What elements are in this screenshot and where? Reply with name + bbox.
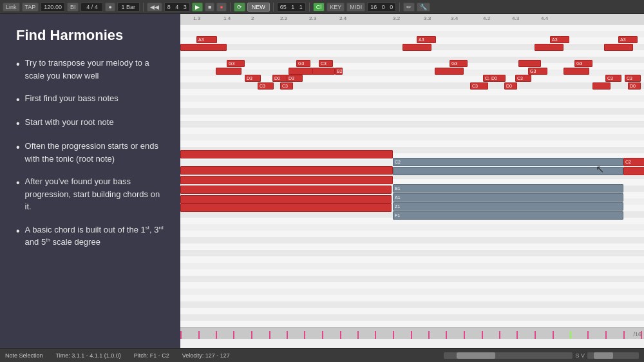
v-scrollbar-thumb[interactable] [594,352,613,359]
rewind-button[interactable]: ◀◀ [147,3,162,12]
bass-gray-4: A1 [393,193,623,202]
marker-row: /16 [180,327,644,339]
status-bar: Note Selection Time: 3.1.1 - 4.1.1 (1.0.… [0,348,644,362]
pin-14 [411,331,412,339]
piano-roll[interactable]: 1.3 1.4 2 2.2 2.3 2.4 3.2 3.3 3.4 4.2 4.… [180,14,644,348]
pin-5 [251,331,252,339]
marker-22: 2.2 [280,15,287,21]
timeline-header: 1.3 1.4 2 2.2 2.3 2.4 3.2 3.3 3.4 4.2 4.… [180,14,644,24]
bullet-text-1: Try to transpose your melody to a scale … [25,57,164,82]
note-selection-label: Note Selection [5,352,43,359]
panel-title: Find Harmonies [16,27,164,44]
link-button[interactable]: Link [3,3,20,12]
main-toolbar: Link TAP 120.00 BI 4 / 4 ● 1 Bar ◀◀ 8 4 … [0,0,644,14]
pin-21 [535,331,536,339]
bullet-list: • Try to transpose your melody to a scal… [16,57,164,249]
pin-25 [605,331,607,339]
pin-7 [287,331,288,339]
pin-24 [587,331,589,339]
vertical-scrollbar[interactable] [587,352,639,359]
marker-33: 3.3 [424,15,431,21]
sep2 [230,3,231,12]
bullet-dot: • [16,176,20,189]
scrollbar-thumb[interactable] [457,352,495,359]
key-button[interactable]: KEY [327,3,345,12]
note-red-5: A3 [550,36,569,43]
pin-2 [198,331,200,339]
magnet-button[interactable]: 🔧 [417,3,430,12]
bullet-dot: • [16,225,20,237]
bass-red-2 [180,166,393,175]
time-display: Time: 3.1.1 - 4.1.1 (1.0.0) [56,352,121,359]
sv-label: S V [575,352,585,359]
horizontal-scrollbar[interactable] [444,352,573,359]
zoom-num: 16 0 0 [367,3,396,12]
loop-toggle[interactable]: ⟳ [234,3,245,12]
bullet-text-4: Often the progression starts or ends wit… [25,140,164,165]
bullet-text-3: Start with your root note [25,116,114,129]
note-g3-3: G3 [296,60,310,67]
pin-18 [482,331,483,339]
note-c3-8 [592,82,611,90]
note-red-2 [180,44,227,51]
pin-19 [499,331,500,339]
list-item: • A basic chord is built out of the 1st,… [16,224,164,249]
note-g3-4 [289,68,313,75]
note-g3-10 [518,60,541,67]
marker-13: 1.3 [193,15,200,21]
bass-red-4 [180,186,392,194]
pin-12 [375,331,376,339]
note-d3-4: C3 [625,75,641,82]
bullet-dot: • [16,141,20,153]
note-red-7: A3 [618,36,638,43]
record-button[interactable]: ● [216,3,226,12]
pin-6 [269,331,270,339]
velocity-display: Velocity: 127 - 127 [182,352,230,359]
pin-10 [340,331,341,339]
note-red-8 [604,44,633,51]
bass-gray-2 [393,167,623,175]
marker-34: 3.4 [451,15,458,21]
metro-button[interactable]: ● [105,3,115,12]
note-d3-3: D0 [489,75,506,82]
main-layout: Find Harmonies • Try to transpose your m… [0,14,644,348]
bass-red-5 [180,195,392,204]
midi-button[interactable]: MIDI [346,3,365,12]
list-item: • First find your bass notes [16,92,164,106]
cl-button[interactable]: Cl [313,3,325,12]
loop-pos: 8 4 3 [164,3,190,12]
note-c3-5: C3 [470,82,488,90]
note-c3-2: C3 [280,82,293,90]
new-button[interactable]: NEW [247,3,270,12]
time-sig-display: 4 / 4 [80,3,103,12]
bass-red-r2 [623,167,644,175]
bi-button[interactable]: BI [67,3,79,12]
note-red-6 [535,44,564,51]
marker-14: 1.4 [223,15,231,21]
bullet-text-6: A basic chord is built out of the 1st, 3… [25,224,164,249]
list-item: • After you've found your bass progressi… [16,175,164,213]
marker-42: 4.2 [483,15,490,21]
list-item: • Try to transpose your melody to a scal… [16,57,164,82]
note-red-1: A3 [196,36,217,43]
pin-3 [216,331,217,339]
marker-2: 2 [251,15,254,21]
pin-8 [304,331,305,339]
bullet-dot: • [16,117,20,129]
note-g3-12 [564,68,589,75]
pin-9 [322,331,323,339]
play-button[interactable]: ▶ [192,3,203,12]
pencil-button[interactable]: ✏ [403,3,415,12]
pin-4 [233,331,234,339]
note-c3-7: C3 [605,75,621,82]
tap-button[interactable]: TAP [22,3,39,12]
sep5 [399,3,400,12]
pin-15 [428,331,430,339]
marker-24: 2.4 [339,15,346,21]
marker-23: 2.3 [309,15,316,21]
bass-gray-3: B1 [393,184,623,193]
bass-red-6 [180,204,392,212]
pos-display: 65 1 1 [277,3,306,12]
note-g3-11: G3 [574,60,592,67]
stop-button[interactable]: ■ [205,3,214,12]
